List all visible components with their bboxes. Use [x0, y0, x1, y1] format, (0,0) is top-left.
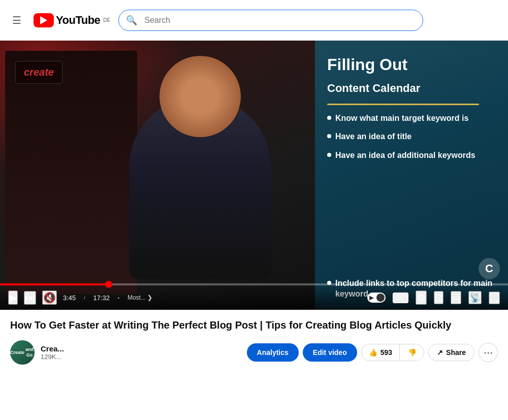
- channel-subs: 129K...: [41, 353, 64, 361]
- time-separator: /: [84, 296, 85, 300]
- mute-button[interactable]: 🔇: [42, 290, 57, 305]
- header: ☰ YouTubeDE 🔍: [0, 0, 508, 41]
- video-thumbnail: create Filling Out Content Calendar Know…: [0, 41, 508, 310]
- current-time: 3:45: [63, 294, 76, 302]
- info-bullet-1: Know what main target keyword is: [327, 113, 496, 124]
- action-buttons: Analytics Edit video 👍 593 👎 ↗ Share ⋯: [247, 343, 498, 362]
- video-player[interactable]: create Filling Out Content Calendar Know…: [0, 41, 508, 310]
- autoplay-toggle[interactable]: ▶: [367, 293, 386, 303]
- menu-icon[interactable]: ☰: [8, 10, 25, 30]
- create-sign-text: create: [24, 67, 54, 78]
- bullet-dot-1: [327, 116, 331, 120]
- channel-info: Crea... 129K...: [41, 344, 64, 361]
- bullet-dot-2: [327, 134, 331, 138]
- settings-button[interactable]: ⚙: [416, 290, 427, 305]
- info-title-sub: Content Calendar: [327, 82, 496, 95]
- fullscreen-button[interactable]: ⛶: [489, 292, 500, 304]
- shelf-background: [5, 51, 137, 295]
- video-right-panel: Filling Out Content Calendar Know what m…: [315, 41, 508, 310]
- video-info: How To Get Faster at Writing The Perfect…: [0, 310, 508, 365]
- info-title-main: Filling Out: [327, 56, 496, 74]
- info-bullet-2: Have an idea of title: [327, 132, 496, 142]
- theater-button[interactable]: ▭: [451, 291, 461, 304]
- dislike-button[interactable]: 👎: [401, 344, 424, 361]
- region-label: DE: [103, 17, 110, 23]
- edit-video-button[interactable]: Edit video: [303, 343, 357, 362]
- miniplayer-button[interactable]: ⊡: [434, 291, 443, 304]
- youtube-logo[interactable]: YouTubeDE: [34, 13, 110, 27]
- playlist-info[interactable]: Most... ❯: [128, 294, 152, 301]
- video-title: How To Get Faster at Writing The Perfect…: [10, 318, 498, 332]
- info-divider: [327, 104, 479, 105]
- more-dots-icon: ⋯: [484, 347, 493, 358]
- channel-name: Crea...: [41, 344, 64, 353]
- video-controls: ▶ ⏭ 🔇 3:45 / 17:32 • Most... ❯ ▶ CC ⚙ ⊡ …: [0, 285, 508, 310]
- bullet-dot-3: [327, 153, 331, 157]
- thumbs-down-icon: 👎: [408, 348, 417, 357]
- video-left-panel: create: [0, 41, 315, 310]
- right-controls: ▶ CC ⚙ ⊡ ▭ 📡 ⛶: [367, 290, 500, 305]
- time-dot: •: [118, 296, 119, 300]
- cc-button[interactable]: CC: [393, 293, 408, 303]
- search-icon: 🔍: [119, 15, 144, 26]
- cast-button[interactable]: 📡: [468, 291, 482, 304]
- play-button[interactable]: ▶: [8, 290, 18, 305]
- person-body: [129, 96, 271, 279]
- autoplay-play-icon: ▶: [369, 294, 374, 301]
- like-button[interactable]: 👍 593: [362, 344, 400, 361]
- share-icon: ↗: [437, 348, 443, 357]
- next-button[interactable]: ⏭: [24, 291, 36, 305]
- analytics-button[interactable]: Analytics: [247, 343, 299, 362]
- search-bar: 🔍: [118, 10, 423, 31]
- like-count: 593: [380, 348, 392, 357]
- youtube-logo-icon: [34, 13, 54, 27]
- create-sign: create: [15, 61, 62, 84]
- youtube-logo-text: YouTube: [56, 14, 100, 27]
- share-button[interactable]: ↗ Share: [428, 344, 474, 361]
- like-section: 👍 593 👎: [361, 344, 424, 361]
- more-options-button[interactable]: ⋯: [479, 343, 498, 362]
- total-time: 17:32: [93, 294, 110, 302]
- search-input[interactable]: [144, 16, 423, 25]
- channel-avatar[interactable]: Create and Go: [10, 340, 35, 365]
- info-bullet-3: Have an idea of additional keywords: [327, 150, 496, 161]
- thumbs-up-icon: 👍: [369, 348, 377, 357]
- channel-row: Create and Go Crea... 129K... Analytics …: [10, 340, 498, 365]
- person-head: [160, 56, 241, 137]
- c-watermark: C: [479, 258, 500, 279]
